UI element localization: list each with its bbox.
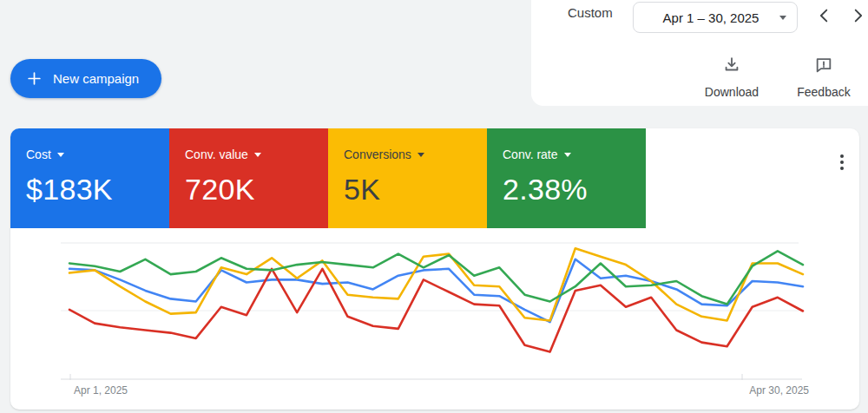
google-ads-overview-page: Custom Apr 1 – 30, 2025 New campaign Dow…	[0, 0, 868, 413]
chevron-right-icon	[848, 6, 867, 25]
date-range-value: Apr 1 – 30, 2025	[649, 10, 773, 25]
plus-icon	[26, 70, 43, 87]
feedback-icon	[814, 56, 833, 75]
feedback-label: Feedback	[797, 85, 850, 99]
performance-summary-card: Cost $183K Conv. value 720K Conversions …	[10, 128, 859, 410]
x-axis-start-label: Apr 1, 2025	[74, 384, 128, 397]
chevron-left-icon	[815, 6, 834, 25]
download-icon	[722, 56, 741, 75]
date-prev-button[interactable]	[811, 2, 838, 30]
caret-down-icon	[779, 16, 786, 20]
date-preset-label: Custom	[568, 5, 613, 20]
series-line-conv-rate	[69, 251, 803, 304]
feedback-button[interactable]: Feedback	[790, 56, 858, 99]
series-line-conversions	[69, 248, 803, 320]
download-label: Download	[705, 85, 759, 99]
new-campaign-label: New campaign	[53, 71, 139, 86]
date-next-button[interactable]	[844, 2, 868, 30]
new-campaign-button[interactable]: New campaign	[10, 59, 161, 98]
date-range-picker[interactable]: Apr 1 – 30, 2025	[633, 2, 798, 33]
performance-chart[interactable]	[10, 128, 859, 410]
download-button[interactable]: Download	[698, 56, 766, 99]
x-axis-end-label: Apr 30, 2025	[749, 384, 809, 397]
